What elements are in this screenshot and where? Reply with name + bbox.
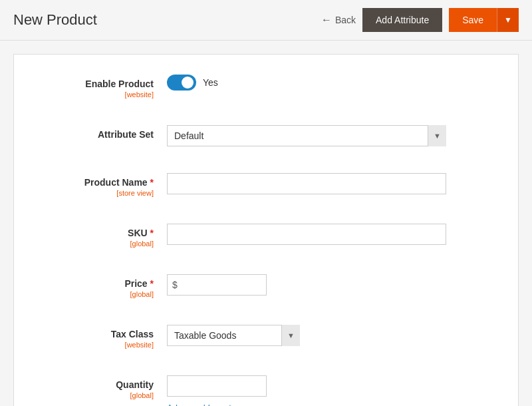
save-button-group: Save ▼	[449, 8, 519, 32]
content-area: Enable Product [website] Yes Attribute S…	[13, 54, 519, 406]
sku-scope: [global]	[34, 240, 154, 248]
tax-class-label-group: Tax Class [website]	[34, 325, 167, 349]
attribute-set-select[interactable]: Default	[167, 125, 446, 146]
toggle-slider	[167, 75, 196, 91]
enable-product-scope: [website]	[34, 91, 154, 99]
price-prefix-icon: $	[172, 280, 178, 290]
sku-input[interactable]	[167, 224, 446, 245]
price-input[interactable]	[167, 274, 267, 296]
save-dropdown-button[interactable]: ▼	[497, 8, 519, 32]
price-row: Price [global] $	[34, 268, 498, 305]
add-attribute-button[interactable]: Add Attribute	[362, 8, 442, 32]
enable-product-row: Enable Product [website] Yes	[34, 68, 498, 105]
attribute-set-field: Default ▼	[167, 125, 498, 146]
product-name-scope: [store view]	[34, 189, 154, 197]
quantity-label-group: Quantity [global]	[34, 375, 167, 399]
back-arrow-icon: ←	[321, 14, 332, 26]
save-button[interactable]: Save	[449, 8, 497, 32]
quantity-field: Advanced Inventory	[167, 375, 498, 406]
tax-class-field: Taxable Goods None ▼	[167, 325, 498, 346]
price-input-wrap: $	[167, 274, 267, 296]
enable-product-toggle[interactable]	[167, 75, 196, 91]
toggle-group: Yes	[167, 75, 498, 91]
product-name-row: Product Name [store view]	[34, 166, 498, 204]
quantity-input[interactable]	[167, 375, 267, 397]
enable-product-label: Enable Product	[85, 79, 154, 89]
product-name-label-group: Product Name [store view]	[34, 173, 167, 197]
product-name-field	[167, 173, 498, 194]
tax-class-select[interactable]: Taxable Goods None	[167, 325, 300, 346]
quantity-label: Quantity	[116, 379, 154, 390]
sku-row: SKU [global]	[34, 217, 498, 254]
product-form: Enable Product [website] Yes Attribute S…	[34, 68, 498, 406]
page-header: New Product ← Back Add Attribute Save ▼	[0, 0, 532, 41]
enable-product-label-group: Enable Product [website]	[34, 75, 167, 99]
attribute-set-label: Attribute Set	[98, 129, 154, 140]
sku-field	[167, 224, 498, 245]
page-title: New Product	[13, 11, 321, 29]
back-button[interactable]: ← Back	[321, 14, 356, 26]
attribute-set-label-group: Attribute Set	[34, 125, 167, 140]
enable-product-value: Yes	[203, 77, 218, 88]
advanced-inventory-link[interactable]: Advanced Inventory	[167, 403, 498, 406]
product-name-label: Product Name	[84, 177, 154, 188]
sku-label-group: SKU [global]	[34, 224, 167, 248]
quantity-scope: [global]	[34, 391, 154, 399]
price-label-group: Price [global]	[34, 274, 167, 298]
header-actions: ← Back Add Attribute Save ▼	[321, 8, 519, 32]
price-field: $	[167, 274, 498, 296]
quantity-row: Quantity [global] Advanced Inventory	[34, 369, 498, 406]
attribute-set-select-wrap: Default ▼	[167, 125, 446, 146]
attribute-set-row: Attribute Set Default ▼	[34, 118, 498, 153]
back-label: Back	[335, 15, 356, 25]
enable-product-field: Yes	[167, 75, 498, 91]
tax-class-label: Tax Class	[111, 329, 154, 339]
tax-class-row: Tax Class [website] Taxable Goods None ▼	[34, 318, 498, 355]
tax-class-scope: [website]	[34, 341, 154, 349]
price-label: Price	[124, 278, 154, 289]
tax-class-select-wrap: Taxable Goods None ▼	[167, 325, 300, 346]
sku-label: SKU	[128, 228, 154, 238]
product-name-input[interactable]	[167, 173, 446, 194]
price-scope: [global]	[34, 290, 154, 298]
